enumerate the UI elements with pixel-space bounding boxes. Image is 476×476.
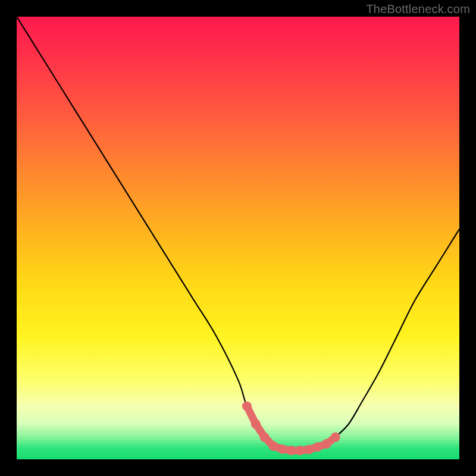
chart-frame: TheBottleneck.com xyxy=(0,0,476,476)
plot-area xyxy=(17,17,459,459)
gradient-bands xyxy=(17,406,459,459)
watermark-text: TheBottleneck.com xyxy=(366,2,470,16)
